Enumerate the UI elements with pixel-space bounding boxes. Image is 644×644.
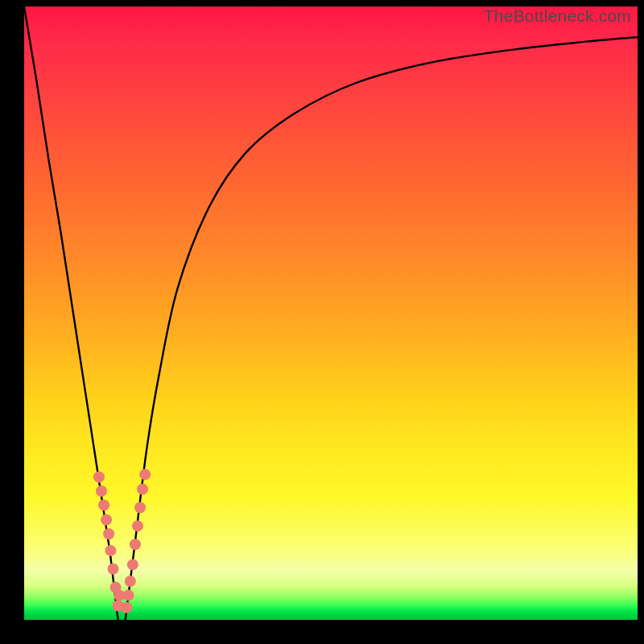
marker-dot (125, 576, 136, 587)
marker-dot (127, 559, 138, 570)
marker-dot (132, 520, 143, 531)
marker-dot (107, 564, 118, 575)
curve-overlay (24, 6, 638, 620)
right-branch-line (126, 37, 638, 620)
chart-frame: TheBottleneck.com (0, 0, 644, 644)
marker-dot (101, 514, 112, 526)
marker-dot (121, 602, 132, 613)
plot-area: TheBottleneck.com (24, 6, 638, 620)
marker-dot (139, 469, 151, 480)
marker-dot (93, 471, 105, 482)
left-branch-line (24, 6, 118, 620)
marker-dot (103, 528, 114, 539)
marker-dot (98, 500, 109, 511)
marker-dot (96, 485, 107, 497)
marker-dot (130, 539, 141, 550)
marker-dot (137, 484, 148, 495)
marker-dot (123, 590, 134, 601)
marker-dot (105, 545, 116, 556)
marker-dot (134, 502, 146, 514)
marker-cluster (93, 469, 151, 613)
